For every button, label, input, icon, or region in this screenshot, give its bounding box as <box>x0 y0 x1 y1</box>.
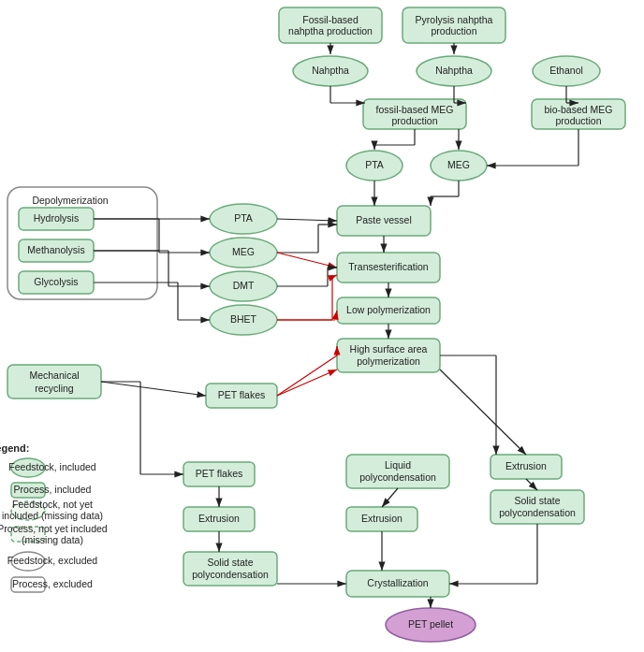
high-surface-label1: High surface area <box>350 343 428 355</box>
hydrolysis-label: Hydrolysis <box>34 212 79 224</box>
low-poly-label: Low polymerization <box>346 304 431 315</box>
legend-feedstock-excluded-label: Feedstock, excluded <box>7 555 97 566</box>
glycolysis-label: Glycolysis <box>34 276 78 287</box>
pet-flakes2-label: PET flakes <box>196 468 243 479</box>
pet-pellet-label: PET pellet <box>408 618 453 630</box>
legend-title: Legend: <box>0 442 29 454</box>
bhet-label: BHET <box>230 313 257 325</box>
transesterification-label: Transesterification <box>348 261 429 272</box>
pta-top-label: PTA <box>365 159 384 170</box>
fossil-nahptha-label2: nahptha production <box>288 25 373 36</box>
svg-line-31 <box>277 219 337 221</box>
solid-state-bot-label1: Solid state <box>207 557 253 568</box>
legend-feedstock-included-label: Feedstock, included <box>8 461 96 472</box>
legend-feedstock-dashed-label1: Feedstock, not yet <box>12 499 93 510</box>
bio-meg-label: bio-based MEG <box>545 104 613 115</box>
diagram-container: Fossil-based nahptha production Pyrolysi… <box>0 0 644 652</box>
legend-process-excluded-label: Process, excluded <box>12 578 93 589</box>
high-surface-label2: polymerization <box>357 355 420 367</box>
svg-line-47 <box>101 382 206 396</box>
meg-top-label: MEG <box>447 159 470 170</box>
paste-vessel-label: Paste vessel <box>356 214 412 225</box>
nahptha2-label: Nahptha <box>435 65 473 76</box>
pyrolysis-nahptha-label: Pyrolysis nahptha <box>416 14 493 25</box>
depolymerization-label: Depolymerization <box>32 195 108 206</box>
svg-line-35 <box>277 253 337 268</box>
extrusion-top-label: Extrusion <box>505 460 547 471</box>
liquid-poly-label1: Liquid <box>385 459 411 471</box>
fossil-nahptha-label: Fossil-based <box>302 14 359 25</box>
solid-state-top-label1: Solid state <box>514 495 560 506</box>
legend-process-dashed-label2: (missing data) <box>22 534 83 545</box>
dmt-label: DMT <box>233 280 255 291</box>
bio-meg-label2: production <box>555 115 601 126</box>
pta-mid-label: PTA <box>234 212 253 224</box>
pet-flakes1-label: PET flakes <box>218 389 266 400</box>
crystallization-label: Crystallization <box>367 577 429 588</box>
methanolysis-label: Methanolysis <box>27 244 84 255</box>
nahptha1-label: Nahptha <box>312 65 349 76</box>
solid-state-top-label2: polycondensation <box>499 507 576 518</box>
svg-line-56 <box>440 369 526 455</box>
svg-line-57 <box>382 488 398 507</box>
liquid-poly-label2: polycondensation <box>359 471 436 483</box>
mechanical-recycling-label1: Mechanical <box>29 369 79 381</box>
diagram-svg: Fossil-based nahptha production Pyrolysi… <box>0 0 644 652</box>
fossil-meg-label2: production <box>391 115 437 126</box>
mechanical-recycling-label2: recycling <box>35 383 74 394</box>
svg-line-53 <box>277 369 337 396</box>
pyrolysis-nahptha-label2: production <box>431 25 476 36</box>
extrusion-bot-label: Extrusion <box>361 513 402 524</box>
extrusion-mid-label: Extrusion <box>198 513 240 524</box>
svg-line-51 <box>277 355 337 396</box>
fossil-meg-label: fossil-based MEG <box>376 104 454 115</box>
solid-state-bot-label2: polycondensation <box>192 569 269 580</box>
legend-process-dashed-label1: Process, not yet included <box>0 523 108 534</box>
legend-process-included-label: Process, included <box>14 484 92 495</box>
svg-line-58 <box>526 479 537 490</box>
meg-mid-label: MEG <box>232 246 255 257</box>
ethanol-label: Ethanol <box>549 65 583 76</box>
legend-feedstock-dashed-label2: included (missing data) <box>2 510 103 521</box>
